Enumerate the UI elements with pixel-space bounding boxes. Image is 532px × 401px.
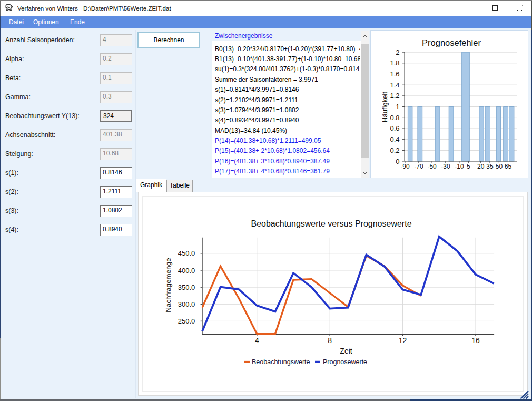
svg-text:1.4: 1.4 <box>390 81 399 89</box>
svg-text:12: 12 <box>399 336 407 345</box>
svg-text:-10: -10 <box>455 163 464 170</box>
svg-text:35: 35 <box>486 163 494 170</box>
svg-text:Nachfragemenge: Nachfragemenge <box>164 258 172 312</box>
svg-text:1.8: 1.8 <box>390 59 399 67</box>
svg-text:-90: -90 <box>400 163 410 170</box>
svg-text:0.6: 0.6 <box>390 124 399 132</box>
svg-text:Beobachtungswerte versus Progn: Beobachtungswerte versus Prognosewerte <box>251 219 411 228</box>
svg-text:2: 2 <box>396 48 399 56</box>
svg-text:450.0: 450.0 <box>178 249 195 257</box>
svg-text:5: 5 <box>467 163 470 170</box>
svg-text:1.2: 1.2 <box>390 92 399 100</box>
svg-text:Prognosefehler: Prognosefehler <box>422 38 481 47</box>
svg-text:Prognosewerte: Prognosewerte <box>323 358 367 366</box>
svg-text:Zeit: Zeit <box>340 347 352 355</box>
svg-text:-70: -70 <box>414 163 423 170</box>
svg-text:Beobachtungswerte: Beobachtungswerte <box>252 358 310 366</box>
svg-text:50: 50 <box>496 163 503 170</box>
svg-text:4: 4 <box>255 336 259 345</box>
svg-text:65: 65 <box>505 163 512 170</box>
svg-text:-50: -50 <box>427 163 437 170</box>
svg-text:0.2: 0.2 <box>390 146 399 154</box>
svg-text:1: 1 <box>396 103 399 111</box>
svg-text:0.4: 0.4 <box>390 135 399 143</box>
svg-text:0: 0 <box>396 158 399 165</box>
svg-text:-30: -30 <box>441 163 450 170</box>
svg-text:20: 20 <box>477 163 485 170</box>
svg-text:0.8: 0.8 <box>390 114 399 122</box>
svg-text:1.6: 1.6 <box>390 70 399 78</box>
svg-text:400.0: 400.0 <box>178 267 195 275</box>
svg-text:8: 8 <box>328 336 332 345</box>
svg-text:16: 16 <box>471 336 480 345</box>
svg-text:250.0: 250.0 <box>178 317 195 325</box>
svg-text:Häufigkeit: Häufigkeit <box>381 92 389 122</box>
svg-text:350.0: 350.0 <box>178 283 195 291</box>
svg-text:300.0: 300.0 <box>178 300 195 308</box>
